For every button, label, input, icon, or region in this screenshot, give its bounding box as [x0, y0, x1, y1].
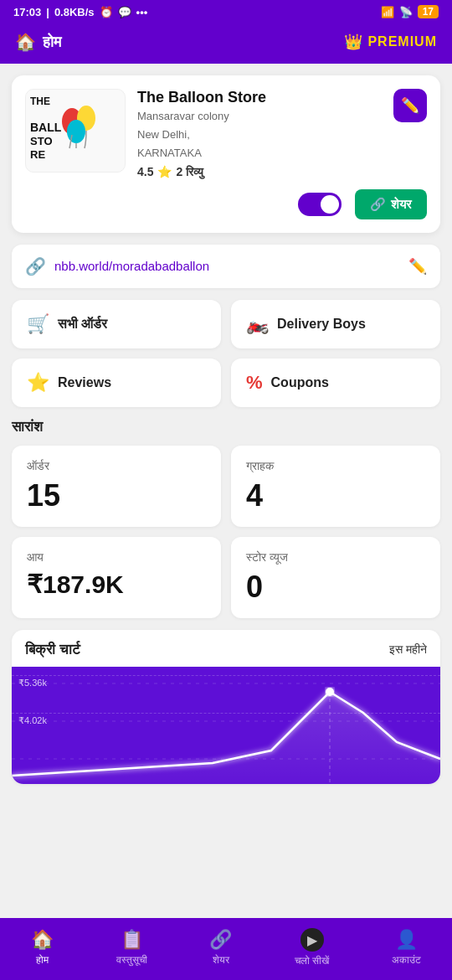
edit-store-button[interactable]: ✏️ — [393, 89, 427, 122]
income-label: आय — [27, 550, 206, 565]
nav-share-icon: 🔗 — [209, 929, 232, 951]
star-icon: ⭐ — [157, 165, 172, 178]
wifi-icon: 📡 — [399, 6, 413, 18]
chart-period: इस महीने — [389, 642, 427, 657]
store-views-stat: स्टोर व्यूज 0 — [231, 537, 440, 618]
orders-value: 15 — [27, 478, 206, 513]
network-speed-value: 0.8KB/s — [54, 6, 95, 18]
time: 17:03 — [13, 6, 41, 18]
nav-learn-icon: ▶ — [300, 928, 324, 952]
chart-title: बिक्री चार्ट — [25, 642, 80, 658]
svg-text:RE: RE — [30, 148, 45, 161]
store-info: The Balloon Store Mansaravar colony New … — [137, 89, 385, 179]
nav-account-icon: 👤 — [395, 929, 418, 951]
chart-area: ₹5.36k ₹4.02k — [12, 667, 440, 784]
store-card-bottom: 🔗 शेयर — [25, 189, 427, 219]
premium-label: PREMIUM — [367, 34, 437, 49]
coupons-card[interactable]: % Coupons — [231, 358, 440, 407]
share-icon: 🔗 — [370, 197, 386, 212]
rating-count: 2 रिव्यु — [176, 165, 203, 179]
url-row[interactable]: 🔗 nbb.world/moradabadballon ✏️ — [12, 245, 440, 288]
nav-share-label: शेयर — [213, 954, 229, 966]
reviews-star-icon: ⭐ — [27, 372, 49, 394]
store-address-1: Mansaravar colony — [137, 109, 385, 124]
nav-learn[interactable]: ▶ चलो सीखें — [286, 925, 337, 970]
network-speed: | — [46, 6, 49, 18]
home-label: होम — [43, 34, 61, 51]
customers-stat: ग्राहक 4 — [231, 446, 440, 527]
nav-home-icon: 🏠 — [31, 929, 54, 951]
url-left: 🔗 nbb.world/moradabadballon — [25, 256, 209, 276]
nav-share[interactable]: 🔗 शेयर — [201, 926, 240, 969]
main-content: THE BALL STO RE The Balloon Store Mansar… — [0, 64, 452, 851]
store-card: THE BALL STO RE The Balloon Store Mansar… — [12, 75, 440, 233]
store-card-top: THE BALL STO RE The Balloon Store Mansar… — [25, 89, 427, 179]
cart-icon: 🛒 — [27, 313, 49, 335]
chart-section: बिक्री चार्ट इस महीने ₹5.36k ₹4.02k — [12, 630, 440, 784]
summary-section: सारांश ऑर्डर 15 ग्राहक 4 आय ₹187.9K स्टो… — [12, 419, 440, 618]
share-button[interactable]: 🔗 शेयर — [355, 189, 427, 219]
reviews-card[interactable]: ⭐ Reviews — [12, 358, 221, 407]
summary-title: सारांश — [12, 419, 440, 436]
nav-inventory-icon: 📋 — [121, 929, 143, 951]
coupons-label: Coupons — [271, 375, 329, 390]
nav-inventory[interactable]: 📋 वस्तुसूची — [108, 926, 156, 969]
premium-badge[interactable]: 👑 PREMIUM — [344, 33, 437, 51]
delivery-boys-card[interactable]: 🏍️ Delivery Boys — [231, 300, 440, 348]
store-views-label: स्टोर व्यूज — [246, 550, 425, 565]
nav-account-label: अकाउंट — [392, 954, 421, 966]
status-right: 📶 📡 17 — [381, 5, 439, 18]
income-stat: आय ₹187.9K — [12, 537, 221, 618]
stats-grid: ऑर्डर 15 ग्राहक 4 आय ₹187.9K स्टोर व्यूज… — [12, 446, 440, 618]
chart-header: बिक्री चार्ट इस महीने — [12, 630, 440, 667]
store-url: nbb.world/moradabadballon — [54, 259, 209, 273]
toggle-knob — [321, 195, 339, 214]
store-address-2: New Delhi, — [137, 127, 385, 142]
svg-text:STO: STO — [30, 135, 53, 147]
home-icon: 🏠 — [15, 32, 36, 52]
store-toggle[interactable] — [298, 193, 342, 216]
clock-icon: ⏰ — [100, 6, 113, 18]
bottom-nav: 🏠 होम 📋 वस्तुसूची 🔗 शेयर ▶ चलो सीखें 👤 अ… — [0, 918, 452, 980]
customers-value: 4 — [246, 478, 425, 513]
all-orders-card[interactable]: 🛒 सभी ऑर्डर — [12, 300, 221, 348]
rating-value: 4.5 — [137, 165, 153, 178]
chart-svg — [12, 667, 440, 784]
orders-stat: ऑर्डर 15 — [12, 446, 221, 527]
link-icon: 🔗 — [25, 256, 46, 276]
store-views-value: 0 — [246, 570, 425, 605]
customers-label: ग्राहक — [246, 459, 425, 473]
status-left: 17:03 | 0.8KB/s ⏰ 💬 ••• — [13, 6, 147, 18]
store-name: The Balloon Store — [137, 89, 385, 106]
nav-account[interactable]: 👤 अकाउंट — [383, 926, 429, 969]
income-value: ₹187.9K — [27, 570, 206, 599]
store-address-3: KARNATAKA — [137, 146, 385, 161]
share-label: शेयर — [391, 197, 412, 212]
percent-icon: % — [246, 372, 263, 394]
delivery-boys-label: Delivery Boys — [277, 317, 366, 332]
svg-point-3 — [67, 120, 85, 143]
nav-home-label: होम — [36, 954, 49, 966]
orders-label: ऑर्डर — [27, 459, 206, 473]
url-edit-icon[interactable]: ✏️ — [408, 257, 427, 276]
nav-inventory-label: वस्तुसूची — [116, 954, 147, 966]
battery-badge: 17 — [418, 5, 439, 18]
signal-icon: 📶 — [381, 6, 394, 18]
crown-icon: 👑 — [344, 33, 363, 51]
svg-text:THE: THE — [30, 95, 50, 107]
store-logo: THE BALL STO RE — [25, 89, 126, 173]
all-orders-label: सभी ऑर्डर — [58, 317, 107, 332]
nav-learn-label: चलो सीखें — [295, 955, 329, 967]
store-rating: 4.5 ⭐ 2 रिव्यु — [137, 165, 385, 179]
home-nav[interactable]: 🏠 होम — [15, 32, 61, 52]
message-icon: 💬 — [118, 6, 131, 18]
bike-icon: 🏍️ — [246, 313, 269, 335]
svg-text:BALL: BALL — [30, 121, 62, 134]
more-icon: ••• — [136, 6, 148, 18]
status-bar: 17:03 | 0.8KB/s ⏰ 💬 ••• 📶 📡 17 — [0, 0, 452, 23]
action-grid: 🛒 सभी ऑर्डर 🏍️ Delivery Boys ⭐ Reviews %… — [12, 300, 440, 407]
reviews-label: Reviews — [58, 375, 111, 390]
header: 🏠 होम 👑 PREMIUM — [0, 23, 452, 64]
nav-home[interactable]: 🏠 होम — [23, 926, 62, 969]
